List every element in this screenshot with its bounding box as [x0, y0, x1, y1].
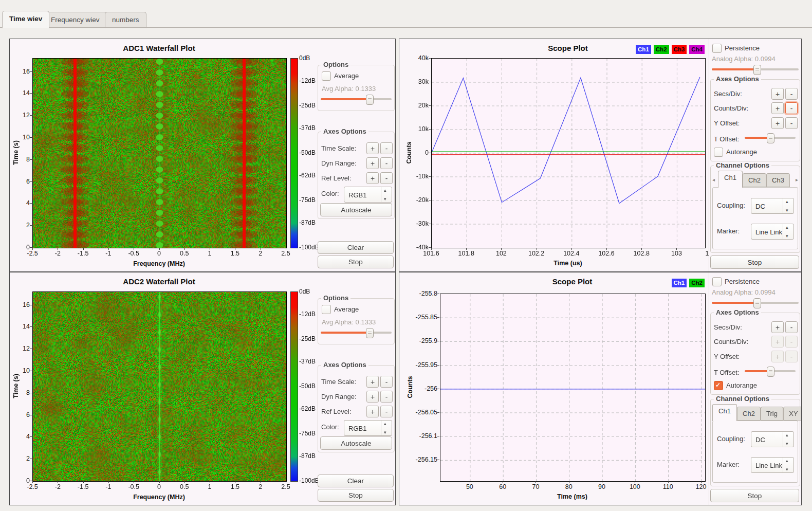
- coupling-label: Coupling:: [717, 435, 745, 443]
- channel-tab-ch1[interactable]: Ch1: [712, 404, 737, 421]
- ref-level-minus-button[interactable]: -: [380, 406, 393, 417]
- t-offset-slider[interactable]: [745, 133, 796, 142]
- spinner-arrows-icon[interactable]: [783, 198, 793, 213]
- autoscale-button[interactable]: Autoscale: [320, 436, 392, 450]
- chevron-right-icon[interactable]: ▸: [796, 177, 798, 182]
- coupling-spinbox-value: DC: [755, 435, 765, 443]
- dyn-range-plus-button[interactable]: +: [366, 157, 379, 169]
- x-tick-label: 101.8: [451, 250, 482, 257]
- time-scale-plus-button[interactable]: +: [366, 376, 379, 388]
- stop-button[interactable]: Stop: [318, 489, 394, 502]
- y-axis-label: Time (s): [12, 291, 21, 481]
- dyn-range-minus-button[interactable]: -: [380, 391, 393, 403]
- secs-div-plus-button[interactable]: +: [771, 88, 784, 100]
- x-tick-mark: [668, 481, 669, 483]
- time-scale-minus-button[interactable]: -: [380, 142, 393, 154]
- coupling-spinbox[interactable]: DC: [751, 198, 794, 214]
- slider-handle[interactable]: [366, 95, 374, 105]
- x-tick-mark: [210, 248, 210, 250]
- secs-div-minus-button[interactable]: -: [785, 88, 798, 100]
- persistence-checkbox[interactable]: [712, 277, 722, 286]
- secs-div-minus-button[interactable]: -: [785, 321, 798, 333]
- tab-numbers[interactable]: numbers: [105, 12, 146, 28]
- legend-chip-ch4: Ch4: [689, 45, 705, 54]
- secs-div-label: Secs/Div:: [714, 90, 742, 98]
- marker-spinbox[interactable]: Line Link: [751, 224, 794, 240]
- x-tick-mark: [83, 248, 84, 250]
- dyn-range-minus-button[interactable]: -: [380, 157, 393, 169]
- spinner-arrows-icon[interactable]: [783, 224, 793, 239]
- y-tick-mark: [437, 294, 439, 294]
- spinner-arrows-icon[interactable]: [783, 458, 793, 472]
- ref-level-plus-button[interactable]: +: [366, 172, 379, 184]
- marker-label: Marker:: [717, 227, 740, 235]
- channel-tab-ch2[interactable]: Ch2: [743, 173, 766, 187]
- clear-button[interactable]: Clear: [318, 241, 394, 254]
- average-checkbox[interactable]: [322, 71, 331, 81]
- autoscale-button[interactable]: Autoscale: [320, 203, 392, 216]
- y-tick-mark: [30, 459, 32, 459]
- y-axis-label: Counts: [407, 294, 415, 481]
- analog-alpha-slider[interactable]: [712, 65, 799, 74]
- adc2-xaxis-label: Frequency (MHz): [32, 494, 286, 501]
- counts-div-plus-button[interactable]: +: [771, 102, 784, 114]
- color-spinbox[interactable]: RGB1: [344, 420, 392, 436]
- ref-level-label: Ref Level:: [321, 174, 352, 182]
- spinner-arrows-icon[interactable]: [381, 421, 392, 435]
- scope1-xaxis-label: Time (us): [431, 260, 705, 267]
- y-offset-minus-button[interactable]: -: [785, 351, 798, 362]
- marker-spinbox-value: Line Link: [755, 461, 782, 469]
- channel-tab-xy[interactable]: XY: [783, 407, 802, 421]
- scope-canvas: [432, 59, 705, 248]
- time-scale-minus-button[interactable]: -: [380, 376, 393, 388]
- time-scale-plus-button[interactable]: +: [366, 142, 379, 154]
- tab-time-wiev[interactable]: Time wiev: [2, 11, 49, 28]
- stop-button[interactable]: Stop: [318, 256, 394, 268]
- avg-alpha-slider[interactable]: [321, 95, 392, 104]
- avg-alpha-slider[interactable]: [321, 328, 392, 337]
- y-tick-mark: [429, 58, 431, 59]
- persistence-checkbox[interactable]: [712, 44, 722, 53]
- slider-handle[interactable]: [366, 328, 374, 338]
- color-spinbox[interactable]: RGB1: [344, 187, 392, 203]
- stop-button[interactable]: Stop: [710, 489, 799, 502]
- stop-button[interactable]: Stop: [710, 256, 799, 269]
- ref-level-plus-button[interactable]: +: [366, 406, 379, 417]
- autorange-checkbox[interactable]: [714, 381, 723, 390]
- analog-alpha-slider[interactable]: [712, 298, 799, 307]
- tab-frequency-wiev[interactable]: Frequency wiev: [44, 12, 107, 28]
- channel-tab-trig[interactable]: Trig: [761, 407, 783, 421]
- y-offset-plus-button[interactable]: +: [771, 351, 784, 362]
- slider-handle[interactable]: [753, 298, 761, 308]
- average-checkbox[interactable]: [322, 305, 331, 314]
- channel-tab-ch2[interactable]: Ch2: [737, 407, 761, 421]
- secs-div-plus-button[interactable]: +: [771, 321, 784, 333]
- channel-tab-ch1[interactable]: Ch1: [718, 171, 743, 188]
- dyn-range-plus-button[interactable]: +: [366, 391, 379, 403]
- channel-tab-content: Coupling: DC Marker: Line Link: [712, 187, 798, 249]
- marker-spinbox[interactable]: Line Link: [751, 457, 794, 473]
- slider-handle[interactable]: [753, 65, 761, 75]
- counts-div-minus-button[interactable]: -: [785, 336, 798, 348]
- y-offset-plus-button[interactable]: +: [771, 117, 784, 129]
- marker-spinbox-value: Line Link: [755, 228, 782, 235]
- x-tick-mark: [58, 481, 58, 483]
- autorange-checkbox[interactable]: [714, 148, 723, 157]
- y-tick-mark: [30, 305, 32, 305]
- clear-button[interactable]: Clear: [318, 474, 394, 487]
- slider-handle[interactable]: [767, 133, 774, 143]
- ref-level-minus-button[interactable]: -: [380, 172, 393, 184]
- t-offset-slider[interactable]: [745, 367, 796, 376]
- coupling-spinbox[interactable]: DC: [751, 431, 794, 447]
- y-offset-label: Y Offset:: [714, 353, 740, 360]
- x-tick-mark: [470, 481, 470, 483]
- spinner-arrows-icon[interactable]: [381, 187, 392, 202]
- channel-tab-ch3[interactable]: Ch3: [766, 173, 790, 187]
- counts-div-plus-button[interactable]: +: [771, 336, 784, 348]
- spinner-arrows-icon[interactable]: [783, 432, 793, 447]
- scope1-plot: [431, 58, 706, 248]
- slider-handle[interactable]: [767, 367, 774, 377]
- counts-div-minus-button[interactable]: -: [785, 102, 798, 114]
- chevron-left-icon[interactable]: ◂: [712, 177, 715, 182]
- y-offset-minus-button[interactable]: -: [785, 117, 798, 129]
